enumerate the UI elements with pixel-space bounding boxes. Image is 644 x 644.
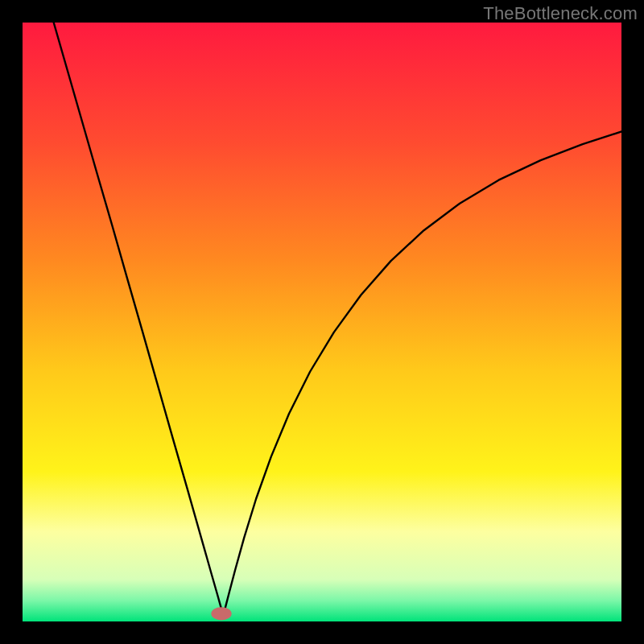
bottleneck-chart: [23, 23, 621, 621]
minimum-marker: [211, 607, 231, 620]
chart-background: [23, 23, 621, 621]
outer-frame: TheBottleneck.com: [0, 0, 644, 644]
watermark-text: TheBottleneck.com: [483, 3, 638, 24]
